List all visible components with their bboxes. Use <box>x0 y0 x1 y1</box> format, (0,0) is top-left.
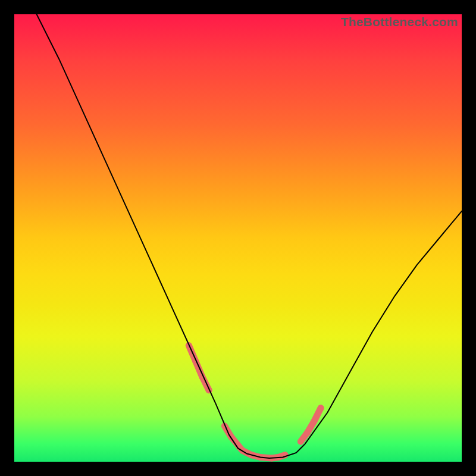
chart-frame: TheBottleneck.com <box>0 0 476 476</box>
attribution-text: TheBottleneck.com <box>341 15 458 28</box>
plot-area: TheBottleneck.com <box>14 14 462 462</box>
marker-layer <box>189 346 321 459</box>
chart-svg <box>14 14 462 462</box>
bottleneck-curve <box>37 14 462 458</box>
